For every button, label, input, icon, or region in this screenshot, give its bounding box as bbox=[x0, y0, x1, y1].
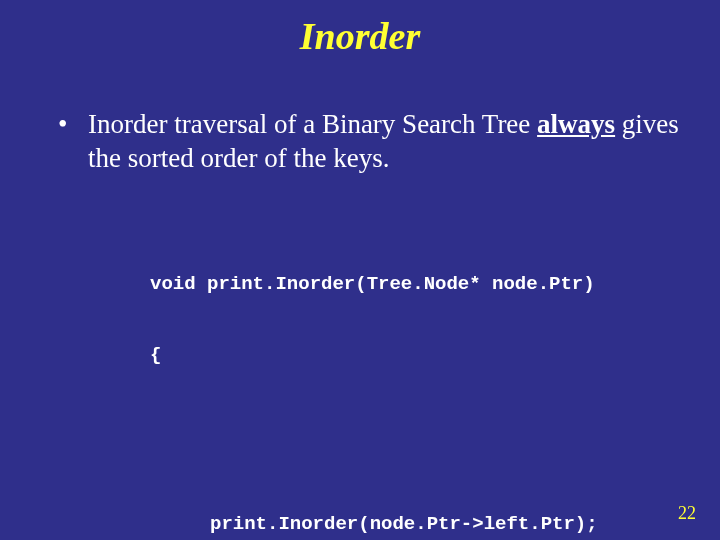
slide-body: Inorder traversal of a Binary Search Tre… bbox=[0, 58, 720, 540]
code-block: void print.Inorder(Tree.Node* node.Ptr) … bbox=[50, 176, 680, 541]
bullet-text-pre: Inorder traversal of a Binary Search Tre… bbox=[88, 109, 537, 139]
code-signature: void print.Inorder(Tree.Node* node.Ptr) bbox=[150, 273, 680, 297]
slide-title: Inorder bbox=[0, 0, 720, 58]
bullet-text-emph: always bbox=[537, 109, 615, 139]
code-brace-open: { bbox=[150, 344, 680, 368]
bullet-item: Inorder traversal of a Binary Search Tre… bbox=[50, 108, 680, 176]
page-number: 22 bbox=[678, 503, 696, 524]
code-body: print.Inorder(node.Ptr->left.Ptr); print… bbox=[150, 416, 680, 541]
slide: Inorder Inorder traversal of a Binary Se… bbox=[0, 0, 720, 540]
code-line: print.Inorder(node.Ptr->left.Ptr); bbox=[210, 513, 680, 537]
